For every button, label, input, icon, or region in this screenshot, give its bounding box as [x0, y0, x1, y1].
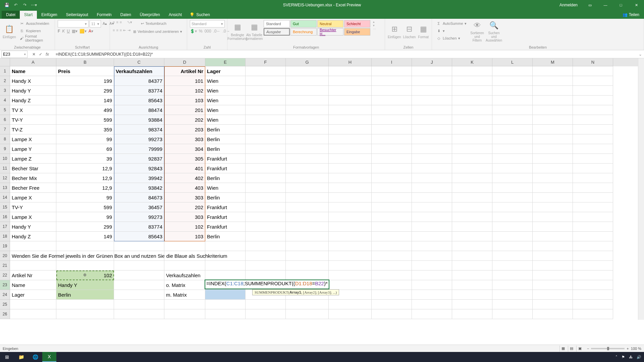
cell[interactable]	[452, 193, 492, 202]
cell[interactable]	[412, 270, 452, 280]
cell[interactable]	[56, 309, 114, 319]
cell[interactable]	[492, 193, 533, 202]
cell[interactable]	[492, 232, 533, 241]
vertical-scrollbar[interactable]	[638, 58, 644, 320]
cell[interactable]: Name	[10, 66, 56, 76]
cell[interactable]	[372, 261, 412, 270]
cell[interactable]	[452, 105, 492, 115]
row-header-19[interactable]: 19	[0, 241, 10, 251]
cell[interactable]	[412, 280, 452, 290]
cell[interactable]	[10, 241, 56, 251]
cell[interactable]	[492, 309, 533, 319]
cell[interactable]: Wien	[205, 76, 246, 86]
cell[interactable]: 401	[164, 164, 205, 173]
cell[interactable]: Berlin	[205, 173, 246, 183]
cell[interactable]	[372, 202, 412, 212]
cell[interactable]	[329, 280, 372, 290]
cell[interactable]	[372, 144, 412, 154]
row-header-24[interactable]: 24	[0, 290, 10, 300]
row-header-13[interactable]: 13	[0, 183, 10, 193]
cell[interactable]	[573, 202, 613, 212]
cell[interactable]	[372, 280, 412, 290]
accounting-icon[interactable]: 💲▾	[190, 29, 197, 34]
cell[interactable]: 299	[56, 86, 114, 96]
tab-insert[interactable]: Einfügen	[37, 11, 61, 19]
start-button[interactable]: ⊞	[0, 352, 14, 362]
format-painter-button[interactable]: 🖌Format übertragen	[18, 35, 52, 42]
cell[interactable]	[372, 134, 412, 144]
cell[interactable]	[286, 125, 329, 134]
cell[interactable]	[286, 173, 329, 183]
align-center-icon[interactable]: ≡	[116, 28, 118, 35]
cell[interactable]: Wien	[205, 115, 246, 125]
cell[interactable]: 199	[56, 76, 114, 86]
cell[interactable]	[533, 66, 573, 76]
cell[interactable]	[114, 261, 164, 270]
cell[interactable]: Lager	[10, 290, 56, 300]
cell[interactable]	[412, 193, 452, 202]
cell[interactable]: TV-Y	[10, 115, 56, 125]
cell[interactable]	[452, 241, 492, 251]
wrap-text-button[interactable]: ↩Textumbruch	[140, 20, 168, 27]
cell[interactable]	[412, 202, 452, 212]
tab-pagelayout[interactable]: Seitenlayout	[62, 11, 93, 19]
tray-volume-icon[interactable]: 🔊	[637, 355, 641, 359]
cell[interactable]	[412, 173, 452, 183]
cell[interactable]: Berlin	[205, 134, 246, 144]
cell[interactable]	[286, 241, 329, 251]
cell[interactable]	[246, 86, 286, 96]
cell[interactable]: 36457	[114, 202, 164, 212]
cell[interactable]	[412, 212, 452, 222]
cell[interactable]: Verkaufszahlen	[164, 270, 205, 280]
cell[interactable]: 39942	[114, 173, 164, 183]
cell[interactable]	[533, 241, 573, 251]
cell[interactable]: 102	[56, 270, 114, 280]
undo-icon[interactable]: ↶	[12, 1, 20, 9]
cell[interactable]	[286, 251, 329, 261]
cell[interactable]: 69	[56, 144, 114, 154]
cell[interactable]	[286, 309, 329, 319]
cell[interactable]: 103	[164, 96, 205, 105]
cell[interactable]	[56, 300, 114, 309]
cell[interactable]	[452, 76, 492, 86]
cell[interactable]	[412, 105, 452, 115]
cell[interactable]: 599	[56, 115, 114, 125]
cell[interactable]: Becher Free	[10, 183, 56, 193]
cell[interactable]	[372, 193, 412, 202]
cell[interactable]	[492, 66, 533, 76]
cell[interactable]: 84673	[114, 193, 164, 202]
cell[interactable]	[573, 144, 613, 154]
row-header-26[interactable]: 26	[0, 309, 10, 319]
cell[interactable]	[286, 134, 329, 144]
format-cells-button[interactable]: ▦Format	[418, 20, 429, 42]
cell[interactable]	[452, 115, 492, 125]
cell[interactable]	[452, 144, 492, 154]
cell[interactable]	[452, 86, 492, 96]
cell[interactable]	[533, 193, 573, 202]
cell[interactable]: 39	[56, 154, 114, 164]
cell[interactable]	[372, 125, 412, 134]
cell[interactable]	[412, 86, 452, 96]
underline-button[interactable]: U	[67, 29, 70, 34]
cell[interactable]	[246, 193, 286, 202]
cell[interactable]	[412, 290, 452, 300]
cell[interactable]	[372, 96, 412, 105]
cell[interactable]	[372, 105, 412, 115]
cell[interactable]	[246, 183, 286, 193]
cell[interactable]	[533, 105, 573, 115]
cell[interactable]	[372, 241, 412, 251]
tab-view[interactable]: Ansicht	[164, 11, 186, 19]
zoom-level[interactable]: 100 %	[631, 347, 641, 351]
page-break-view-icon[interactable]: ▣	[576, 346, 584, 352]
cell[interactable]: 149	[56, 96, 114, 105]
cell[interactable]	[533, 212, 573, 222]
excel-icon[interactable]: X	[42, 352, 56, 362]
zoom-out-icon[interactable]: −	[587, 347, 589, 351]
cell[interactable]	[329, 164, 372, 173]
cell[interactable]	[452, 280, 492, 290]
cell[interactable]	[286, 115, 329, 125]
cell[interactable]	[329, 183, 372, 193]
cell[interactable]	[246, 144, 286, 154]
delete-cells-button[interactable]: ⊟Löschen	[403, 20, 416, 42]
cell[interactable]: 88474	[114, 105, 164, 115]
